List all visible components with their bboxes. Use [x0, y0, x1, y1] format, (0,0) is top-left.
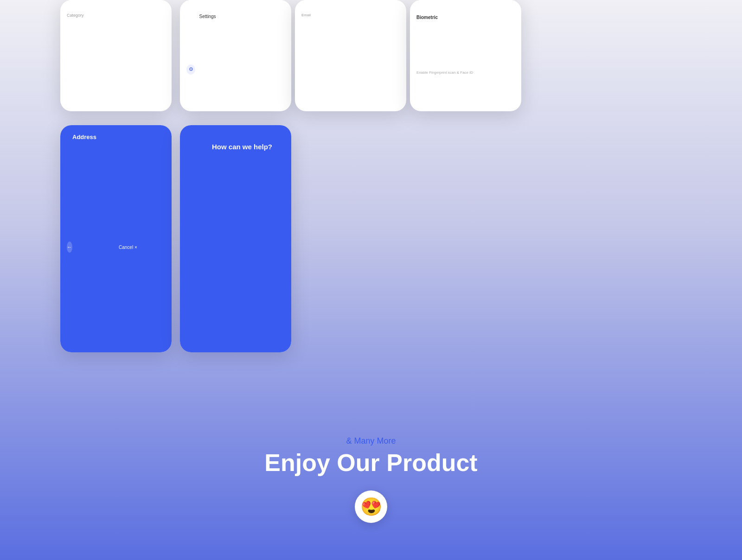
phone-edit-profile: Email ✉ onamsarker@gmail.com Password 🔒 … [295, 0, 406, 111]
status-bar-2 [180, 0, 291, 9]
phone-help-center: 9:41 ▲▲▲ 〜 ▮ How can we help? Didn't fin… [180, 125, 291, 352]
phone2-content: ⚙ Settings › ? Help Center › 📞 Contact ›… [180, 9, 291, 111]
status-bar-3 [295, 0, 406, 9]
phone3-content: Email ✉ onamsarker@gmail.com Password 🔒 … [295, 9, 406, 111]
address-title: Address [72, 134, 119, 352]
address-header: ← Address Cancel × [60, 136, 172, 352]
status-bar-1 [60, 0, 172, 9]
emoji-icon: 😍 [355, 490, 387, 523]
cancel-label: Cancel × [119, 245, 137, 250]
biometric-sub: Enable Fingerprint scan & Face ID [416, 70, 521, 112]
menu-settings[interactable]: ⚙ Settings › [186, 14, 291, 111]
status-bar-6: 9:41 ▲▲▲ 〜 ▮ [180, 125, 291, 136]
phone-settings: ⚙ Settings › ? Help Center › 📞 Contact ›… [180, 0, 291, 111]
phone-my-cards: Category 🏠 🟢 🛒 🎵 🍊 Budget $1,400.00 ⌃⌄ S… [60, 0, 172, 111]
phone-security: Biometric Enable Fingerprint scan & Face… [410, 0, 521, 111]
back-button[interactable]: ← [67, 242, 72, 253]
status-bar-4 [410, 0, 521, 9]
enjoy-text: Enjoy Our Product [232, 449, 510, 477]
phone1-content: Category 🏠 🟢 🛒 🎵 🍊 Budget $1,400.00 ⌃⌄ S… [60, 9, 172, 111]
category-label: Category [67, 13, 172, 111]
email-label: Email [301, 13, 406, 111]
biometric-left: Biometric Enable Fingerprint scan & Face… [416, 15, 521, 112]
settings-label: Settings [199, 14, 291, 112]
biometric-title: Biometric [416, 15, 521, 70]
bottom-text-section: & Many More Enjoy Our Product [232, 436, 510, 477]
menu-settings-left: ⚙ Settings [186, 14, 291, 112]
phone4-content: Biometric Enable Fingerprint scan & Face… [410, 9, 521, 111]
cancel-button[interactable]: Cancel × [119, 134, 165, 352]
biometric-item: Biometric Enable Fingerprint scan & Face… [416, 15, 521, 111]
many-more-text: & Many More [232, 436, 510, 446]
phone-address: 9:41 ▲▲▲ 〜 ▮ ← Address Cancel × Your Loc… [60, 125, 172, 352]
settings-icon: ⚙ [186, 64, 195, 75]
